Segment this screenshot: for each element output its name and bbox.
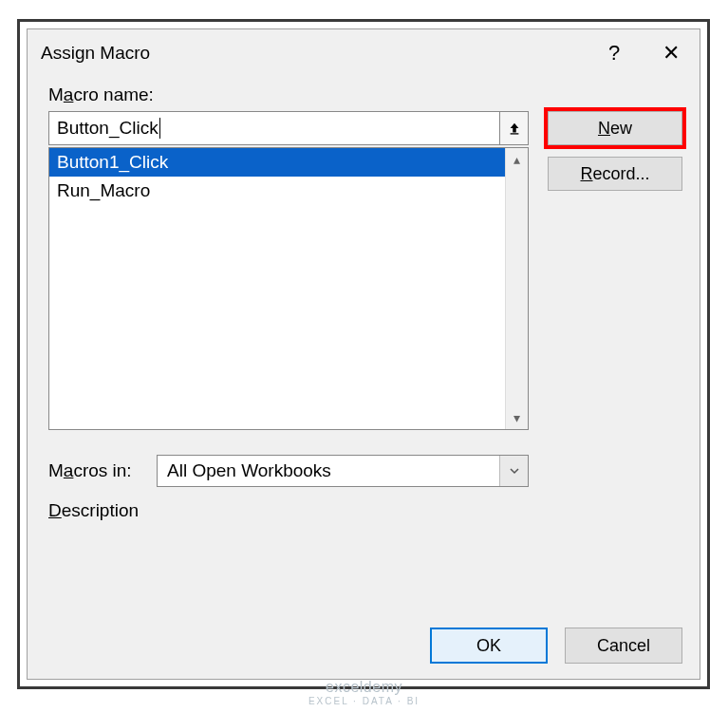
macro-list-item[interactable]: Run_Macro xyxy=(49,177,505,205)
titlebar: Assign Macro ? ✕ xyxy=(28,29,700,77)
assign-macro-dialog: Assign Macro ? ✕ Macro name: Button_Clic… xyxy=(27,28,700,680)
close-icon: ✕ xyxy=(663,41,680,66)
help-button[interactable]: ? xyxy=(586,29,643,77)
dialog-content: Macro name: Button_Click Button1_Click xyxy=(28,77,700,534)
up-arrow-icon xyxy=(508,122,521,135)
macro-name-label: Macro name: xyxy=(48,84,529,105)
outer-frame: Assign Macro ? ✕ Macro name: Button_Clic… xyxy=(17,19,710,689)
macro-name-input[interactable]: Button_Click xyxy=(48,111,500,145)
macro-name-value: Button_Click xyxy=(57,118,159,139)
macros-in-value: All Open Workbooks xyxy=(158,460,499,481)
close-button[interactable]: ✕ xyxy=(643,29,700,77)
chevron-down-icon xyxy=(509,465,520,477)
run-macro-button[interactable] xyxy=(500,111,529,145)
new-button[interactable]: New xyxy=(548,111,682,145)
dialog-title: Assign Macro xyxy=(41,43,586,64)
macros-in-label: Macros in: xyxy=(48,460,143,481)
macro-list-item[interactable]: Button1_Click xyxy=(49,148,505,177)
scrollbar[interactable]: ▴ ▾ xyxy=(505,148,528,429)
ok-button[interactable]: OK xyxy=(430,628,548,664)
watermark-sub: EXCEL · DATA · BI xyxy=(0,696,728,706)
combo-dropdown-button[interactable] xyxy=(499,456,528,486)
text-caret xyxy=(159,118,160,139)
macros-in-combo[interactable]: All Open Workbooks xyxy=(157,455,529,487)
dialog-footer: OK Cancel xyxy=(430,628,682,664)
macro-list[interactable]: Button1_Click Run_Macro ▴ ▾ xyxy=(48,147,529,430)
help-icon: ? xyxy=(608,41,620,66)
description-label: Description xyxy=(48,500,529,521)
svg-rect-0 xyxy=(510,133,518,134)
record-button[interactable]: Record... xyxy=(548,157,682,191)
scroll-up-icon: ▴ xyxy=(513,152,520,167)
scroll-down-icon: ▾ xyxy=(513,410,520,425)
cancel-button[interactable]: Cancel xyxy=(565,628,682,664)
